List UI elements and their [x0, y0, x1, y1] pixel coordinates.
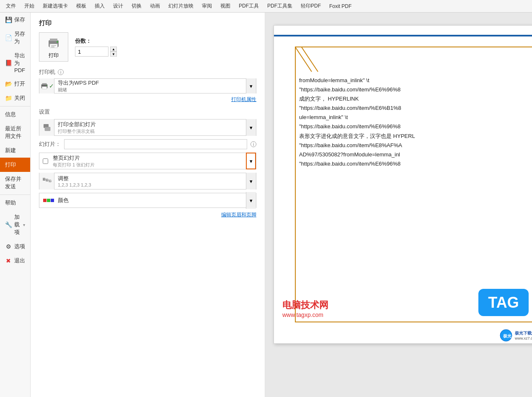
sidebar-divider-2 — [0, 195, 30, 195]
slides-row: 幻灯片： i — [39, 139, 256, 149]
sidebar-item-print[interactable]: 打印 — [0, 158, 30, 172]
menu-pdftool[interactable]: PDF工具 — [235, 1, 263, 11]
menu-foxitpdf[interactable]: Foxit PDF — [325, 2, 356, 11]
brand-name: 极光下载站 — [515, 330, 532, 336]
collate-arrow[interactable]: ▾ — [246, 173, 256, 189]
sidebar-divider-1 — [0, 106, 30, 106]
collate-main: 调整 — [58, 175, 243, 182]
menu-template[interactable]: 模板 — [72, 1, 90, 11]
color-arrow[interactable]: ▾ — [246, 192, 256, 209]
copies-label: 份数： — [75, 37, 117, 45]
slide-preview: fromModule=lemma_inlink" \t "https://bai… — [274, 25, 532, 344]
svg-point-9 — [46, 85, 47, 86]
sidebar-item-new[interactable]: 新建 — [0, 143, 30, 158]
menu-lightpdf[interactable]: 轻印PDF — [297, 1, 325, 11]
printer-info-icon[interactable]: i — [58, 69, 64, 75]
menu-insert[interactable]: 插入 — [90, 1, 109, 11]
color-green — [47, 199, 50, 202]
watermark-area: 电脑技术网 www.tagxp.com — [282, 299, 328, 318]
copies-increment[interactable]: ▲ — [110, 47, 117, 52]
svg-text:1,2,3: 1,2,3 — [49, 180, 52, 182]
save-as-icon: 📄 — [5, 34, 12, 41]
edit-footer-link[interactable]: 编辑页眉和页脚 — [39, 211, 256, 218]
print-title: 打印 — [39, 19, 256, 27]
printer-text: 导出为WPS PDF 就绪 — [54, 79, 246, 93]
slides-input[interactable] — [64, 139, 247, 149]
svg-rect-3 — [51, 45, 56, 46]
sidebar-item-info[interactable]: 信息 — [0, 107, 30, 122]
slide-layout-main: 整页幻灯片 — [53, 154, 244, 162]
copies-area: 份数： ▲ ▼ — [75, 37, 117, 57]
export-pdf-icon: 📕 — [5, 60, 12, 66]
sidebar-item-open[interactable]: 📂 打开 — [0, 77, 30, 91]
slide-layout-arrow[interactable]: ▾ — [246, 153, 256, 169]
color-dropdown[interactable]: 颜色 ▾ — [39, 193, 256, 208]
sidebar-item-close[interactable]: 📁 关闭 — [0, 91, 30, 105]
slide-content-text: fromModule=lemma_inlink" \t "https://bai… — [299, 76, 532, 169]
slide-layout-checkbox[interactable] — [43, 158, 48, 164]
menu-file[interactable]: 文件 — [2, 1, 20, 11]
printer-selector-icon: ✓ — [39, 78, 54, 93]
brand-logo-icon: 极光 — [500, 329, 512, 342]
svg-point-5 — [57, 41, 58, 43]
settings-section-label: 设置 — [39, 108, 256, 116]
brand-url: www.xz7.com — [515, 336, 532, 340]
menu-pdftools2[interactable]: PDF工具集 — [263, 1, 297, 11]
printer-properties-link[interactable]: 打印机属性 — [39, 96, 256, 103]
print-panel: 打印 打印 份数： — [31, 13, 265, 397]
print-all-dropdown[interactable]: 打印全部幻灯片 打印整个演示文稿 ▾ — [39, 119, 256, 136]
content-text-block: fromModule=lemma_inlink" \t "https://bai… — [299, 76, 532, 169]
menu-switch[interactable]: 切换 — [127, 1, 146, 11]
color-text: 颜色 — [54, 197, 246, 204]
collate-text: 调整 1,2,3 1,2,3 1,2,3 — [54, 175, 246, 187]
printer-status: 就绪 — [58, 87, 243, 93]
printer-selector[interactable]: ✓ 导出为WPS PDF 就绪 ▾ — [39, 78, 256, 93]
open-icon: 📂 — [5, 80, 12, 87]
slides-label: 幻灯片： — [39, 140, 61, 148]
save-icon: 💾 — [5, 16, 12, 23]
slide-layout-dropdown[interactable]: 整页幻灯片 每页打印 1 张幻灯片 ▾ — [39, 153, 256, 169]
menu-view[interactable]: 视图 — [216, 1, 235, 11]
slides-info-icon[interactable]: i — [251, 141, 256, 147]
menu-slideshow[interactable]: 幻灯片放映 — [164, 1, 198, 11]
color-main: 颜色 — [58, 197, 243, 204]
printer-dropdown-arrow[interactable]: ▾ — [246, 78, 256, 93]
svg-rect-7 — [42, 83, 46, 85]
sidebar-item-save-send[interactable]: 保存并发送 — [0, 172, 30, 194]
print-all-sub: 打印整个演示文稿 — [58, 128, 243, 135]
copies-decrement[interactable]: ▼ — [110, 52, 117, 57]
menu-design[interactable]: 设计 — [109, 1, 127, 11]
sidebar-item-addons[interactable]: 🔧 加载项 ▾ — [0, 210, 30, 239]
tag-badge: TAG — [478, 289, 529, 316]
printer-small-icon — [40, 81, 49, 91]
menu-review[interactable]: 审阅 — [198, 1, 216, 11]
sidebar-item-export-pdf[interactable]: 📕 导出为PDF — [0, 49, 30, 77]
slide-layout-sub: 每页打印 1 张幻灯片 — [53, 162, 244, 168]
collate-sub: 1,2,3 1,2,3 1,2,3 — [58, 182, 243, 187]
print-all-icon — [39, 119, 54, 136]
sidebar: 💾 保存 📄 另存为 📕 导出为PDF 📂 打开 📁 关闭 信息 最近所用文件 … — [0, 13, 31, 397]
sidebar-item-recent[interactable]: 最近所用文件 — [0, 122, 30, 143]
main-layout: 💾 保存 📄 另存为 📕 导出为PDF 📂 打开 📁 关闭 信息 最近所用文件 … — [0, 13, 532, 397]
slide-blue-bar — [274, 35, 532, 36]
menu-newtab[interactable]: 新建选项卡 — [39, 1, 72, 11]
copies-input[interactable] — [75, 47, 108, 57]
printer-section-label: 打印机 i — [39, 68, 256, 76]
menu-animate[interactable]: 动画 — [146, 1, 164, 11]
svg-rect-1 — [50, 39, 57, 41]
print-button[interactable]: 打印 — [39, 32, 68, 62]
collate-dropdown[interactable]: 1,2,3 1,2,3 1,2,3 调整 1,2,3 1,2,3 1,2,3 ▾ — [39, 173, 256, 189]
sidebar-item-save-as[interactable]: 📄 另存为 — [0, 27, 30, 49]
sidebar-item-save[interactable]: 💾 保存 — [0, 13, 30, 27]
addon-icon: 🔧 — [5, 221, 12, 228]
print-button-area: 打印 份数： ▲ ▼ — [39, 32, 256, 62]
exit-icon: ✖ — [5, 257, 12, 264]
print-btn-label: 打印 — [49, 52, 59, 59]
svg-rect-4 — [51, 47, 54, 47]
content-area: 打印 打印 份数： — [31, 13, 532, 397]
sidebar-item-options[interactable]: ⚙ 选项 — [0, 239, 30, 254]
sidebar-item-exit[interactable]: ✖ 退出 — [0, 254, 30, 268]
print-all-arrow[interactable]: ▾ — [246, 119, 256, 136]
menu-start[interactable]: 开始 — [20, 1, 39, 11]
sidebar-item-help[interactable]: 帮助 — [0, 196, 30, 210]
